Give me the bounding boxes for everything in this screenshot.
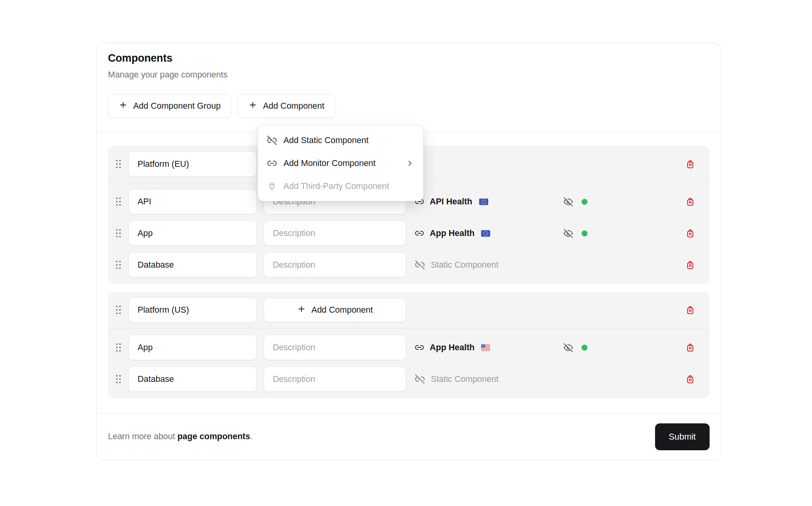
monitor-label: App Health: [430, 228, 474, 238]
component-name-input[interactable]: [128, 189, 257, 214]
menu-item-add-third-party-component: Add Third-Party Component: [258, 175, 423, 198]
component-name-input[interactable]: [128, 252, 257, 278]
group-add-component-label: Add Component: [312, 305, 373, 315]
chevron-right-icon: [406, 159, 414, 168]
component-row-database: Static Component: [108, 366, 695, 392]
component-description-input[interactable]: [264, 335, 406, 360]
component-description-input[interactable]: [264, 252, 406, 278]
page-title: Components: [108, 51, 710, 65]
monitor-cell: App Health: [415, 343, 554, 353]
group-name-input[interactable]: [128, 151, 257, 177]
card-footer: Learn more about page components. Submit: [97, 413, 721, 460]
menu-item-label: Add Monitor Component: [283, 159, 376, 168]
component-name-input[interactable]: [128, 366, 257, 392]
components-card: Components Manage your page components A…: [96, 43, 721, 460]
learn-more-suffix: .: [250, 432, 253, 441]
learn-more-text: Learn more about page components.: [108, 432, 253, 442]
status-dot: [582, 199, 587, 205]
group-rows: App Health Static Component: [108, 328, 710, 398]
eu-flag-icon: [481, 230, 490, 237]
delete-component-button[interactable]: [685, 342, 695, 353]
delete-component-button[interactable]: [685, 260, 695, 270]
page: Components Manage your page components A…: [0, 0, 812, 506]
plus-icon: [119, 100, 128, 112]
menu-item-add-monitor-component[interactable]: Add Monitor Component: [258, 152, 423, 175]
component-row-database: Static Component: [108, 252, 695, 278]
add-component-button[interactable]: Add Component: [238, 94, 335, 118]
drag-handle-icon[interactable]: [108, 260, 128, 270]
link-icon: [415, 343, 424, 352]
plus-icon: [248, 100, 257, 112]
us-flag-icon: [481, 344, 490, 351]
component-group-platform-us: Add Component App Health: [108, 292, 710, 398]
monitor-label: API Health: [430, 197, 472, 207]
learn-more-prefix: Learn more about: [108, 432, 178, 441]
menu-item-label: Add Third-Party Component: [283, 181, 389, 191]
static-component-cell: Static Component: [415, 374, 499, 384]
delete-component-button[interactable]: [685, 228, 695, 238]
add-component-label: Add Component: [263, 101, 324, 111]
plug-icon: [267, 181, 277, 191]
group-header-row: Add Component: [108, 292, 710, 328]
menu-item-label: Add Static Component: [283, 136, 368, 145]
component-row-app: App Health: [108, 335, 695, 360]
static-component-label: Static Component: [431, 374, 499, 384]
add-component-group-button[interactable]: Add Component Group: [108, 94, 231, 118]
component-name-input[interactable]: [128, 335, 257, 360]
monitor-cell: API Health: [415, 197, 554, 207]
group-name-input[interactable]: [128, 297, 257, 323]
eye-off-icon[interactable]: [563, 197, 573, 207]
group-add-component-button[interactable]: Add Component: [264, 298, 406, 322]
status-dot: [582, 230, 587, 236]
unlink-icon: [267, 135, 277, 145]
status-dot: [582, 345, 587, 351]
menu-item-add-static-component[interactable]: Add Static Component: [258, 129, 423, 152]
drag-handle-icon[interactable]: [108, 228, 128, 238]
drag-handle-icon[interactable]: [108, 196, 128, 207]
page-components-link[interactable]: page components: [178, 432, 250, 441]
page-subtitle: Manage your page components: [108, 70, 710, 80]
eye-off-icon[interactable]: [563, 228, 573, 238]
add-component-menu: Add Static Component Add Monitor Compone…: [258, 125, 423, 201]
submit-button[interactable]: Submit: [655, 423, 710, 450]
drag-handle-icon[interactable]: [108, 159, 128, 169]
delete-group-button[interactable]: [685, 159, 695, 169]
static-component-label: Static Component: [431, 260, 499, 270]
toolbar: Add Component Group Add Component: [108, 94, 710, 118]
link-icon: [267, 158, 277, 168]
card-header: Components Manage your page components A…: [97, 43, 721, 133]
monitor-label: App Health: [430, 343, 474, 353]
delete-group-button[interactable]: [685, 305, 695, 315]
delete-component-button[interactable]: [685, 374, 695, 384]
component-description-input[interactable]: [264, 221, 406, 246]
static-component-cell: Static Component: [415, 260, 499, 270]
unlink-icon: [415, 374, 425, 384]
component-name-input[interactable]: [128, 221, 257, 246]
component-row-app: App Health: [108, 221, 695, 246]
drag-handle-icon[interactable]: [108, 305, 128, 315]
unlink-icon: [415, 260, 425, 270]
eu-flag-icon: [479, 198, 488, 205]
add-component-group-label: Add Component Group: [133, 101, 221, 111]
link-icon: [415, 228, 424, 238]
drag-handle-icon[interactable]: [108, 374, 128, 384]
drag-handle-icon[interactable]: [108, 342, 128, 353]
monitor-cell: App Health: [415, 228, 554, 238]
plus-icon: [297, 304, 306, 316]
component-description-input[interactable]: [264, 366, 406, 392]
eye-off-icon[interactable]: [563, 343, 573, 353]
delete-component-button[interactable]: [685, 196, 695, 207]
